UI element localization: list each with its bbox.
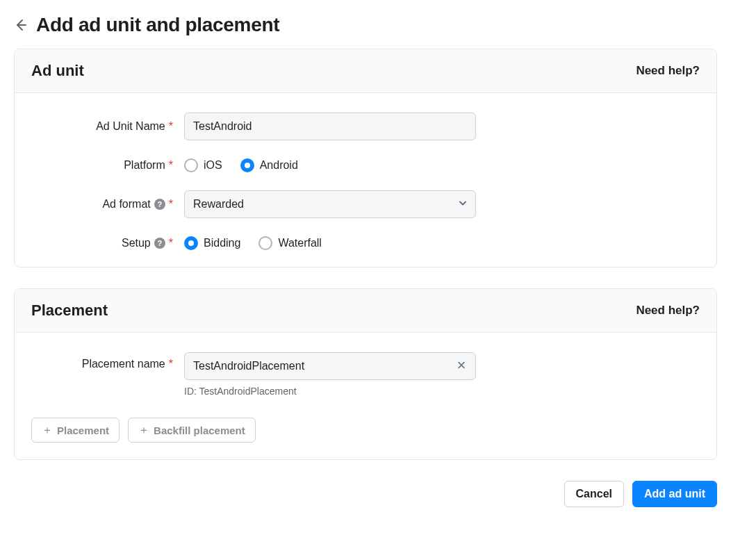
- ad-format-select-value[interactable]: Rewarded: [184, 190, 476, 218]
- setup-radio-group: Bidding Waterfall: [184, 236, 700, 250]
- page-footer: Cancel Add ad unit: [14, 481, 717, 507]
- page-header: Add ad unit and placement: [14, 14, 717, 36]
- cancel-button[interactable]: Cancel: [564, 481, 624, 507]
- button-label: Placement: [57, 425, 109, 436]
- plus-icon: ＋: [138, 425, 149, 436]
- radio-label: iOS: [204, 159, 222, 172]
- placement-name-label: Placement name *: [31, 352, 184, 370]
- back-arrow-icon[interactable]: [14, 18, 28, 32]
- ad-unit-help-link[interactable]: Need help?: [636, 64, 700, 78]
- ad-unit-name-input[interactable]: [184, 113, 476, 140]
- plus-icon: ＋: [42, 425, 53, 436]
- setup-label: Setup ? *: [31, 237, 184, 249]
- required-marker: *: [169, 237, 173, 249]
- radio-label: Waterfall: [278, 237, 322, 249]
- placement-help-link[interactable]: Need help?: [636, 304, 700, 318]
- radio-icon: [184, 236, 198, 250]
- platform-row: Platform * iOS Android: [31, 158, 700, 172]
- required-marker: *: [169, 358, 173, 370]
- ad-unit-card: Ad unit Need help? Ad Unit Name * Platfo…: [14, 49, 717, 267]
- radio-icon: [184, 158, 198, 172]
- close-icon: [457, 359, 466, 374]
- setup-radio-waterfall[interactable]: Waterfall: [258, 236, 322, 250]
- ad-format-row: Ad format ? * Rewarded: [31, 190, 700, 218]
- ad-format-label: Ad format ? *: [31, 198, 184, 211]
- placement-card-body: Placement name * ID: TestAndroidPlacemen…: [15, 333, 716, 397]
- label-text: Platform: [124, 159, 165, 172]
- placement-name-row: Placement name * ID: TestAndroidPlacemen…: [31, 352, 700, 397]
- platform-label: Platform *: [31, 159, 184, 172]
- ad-unit-name-label: Ad Unit Name *: [31, 120, 184, 133]
- platform-radio-group: iOS Android: [184, 158, 700, 172]
- help-icon[interactable]: ?: [154, 238, 165, 249]
- platform-radio-android[interactable]: Android: [240, 158, 298, 172]
- placement-card-header: Placement Need help?: [15, 289, 716, 333]
- label-text: Ad Unit Name: [96, 120, 165, 133]
- radio-label: Android: [260, 159, 298, 172]
- ad-format-select[interactable]: Rewarded: [184, 190, 476, 218]
- placement-card-title: Placement: [31, 302, 108, 320]
- radio-label: Bidding: [204, 237, 240, 249]
- button-label: Backfill placement: [154, 425, 245, 436]
- add-ad-unit-button[interactable]: Add ad unit: [632, 481, 717, 507]
- label-text: Ad format: [102, 198, 150, 211]
- add-backfill-placement-button[interactable]: ＋ Backfill placement: [128, 418, 256, 443]
- placement-id-hint: ID: TestAndroidPlacement: [184, 386, 700, 397]
- placement-card-actions: ＋ Placement ＋ Backfill placement: [15, 418, 716, 459]
- help-icon[interactable]: ?: [154, 199, 165, 210]
- setup-radio-bidding[interactable]: Bidding: [184, 236, 240, 250]
- setup-row: Setup ? * Bidding Waterfall: [31, 236, 700, 250]
- page-title: Add ad unit and placement: [36, 14, 279, 36]
- platform-radio-ios[interactable]: iOS: [184, 158, 222, 172]
- radio-icon: [258, 236, 272, 250]
- required-marker: *: [169, 198, 173, 211]
- ad-unit-name-row: Ad Unit Name *: [31, 113, 700, 140]
- add-placement-button[interactable]: ＋ Placement: [31, 418, 120, 443]
- placement-name-input[interactable]: [184, 352, 476, 380]
- placement-card: Placement Need help? Placement name * ID…: [14, 288, 717, 460]
- radio-icon: [240, 158, 254, 172]
- ad-unit-card-header: Ad unit Need help?: [15, 49, 716, 93]
- ad-unit-card-title: Ad unit: [31, 62, 84, 80]
- ad-unit-card-body: Ad Unit Name * Platform * iOS: [15, 93, 716, 267]
- label-text: Placement name: [82, 358, 165, 370]
- clear-placement-name-button[interactable]: [454, 356, 469, 377]
- required-marker: *: [169, 120, 173, 133]
- required-marker: *: [169, 159, 173, 172]
- label-text: Setup: [122, 237, 151, 249]
